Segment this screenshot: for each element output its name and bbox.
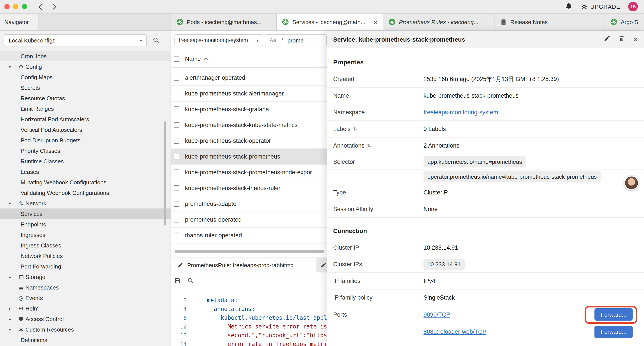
yaml-editor[interactable]: 3metadata: 4 annotations: 5 kubectl.kube… — [171, 296, 329, 346]
document-icon — [500, 19, 507, 25]
sidebar-item-access-control[interactable]: ▸Access Control — [0, 314, 171, 324]
edit-button[interactable] — [604, 35, 611, 43]
dock-tab-prometheusrule[interactable]: PrometheusRule: freeleaps-prod-rabbitmq — [171, 258, 317, 272]
tab-release-notes[interactable]: Release Notes — [495, 13, 605, 30]
navigator-tab[interactable]: Navigator — [0, 13, 38, 30]
tab-pods[interactable]: Pods - icecheng@mathmas... — [171, 13, 277, 30]
dock-tab-partial[interactable] — [317, 258, 326, 272]
sidebar-item-port-forwarding[interactable]: Port Forwarding — [0, 261, 171, 272]
sidebar-item-mutating-webhook-configurations[interactable]: Mutating Webhook Configurations — [0, 177, 171, 187]
namespace-filter-select[interactable]: freeleaps-monitoring-system ▾ — [174, 34, 263, 46]
editor-line[interactable]: 4 annotations: — [171, 304, 329, 313]
sidebar-item-ingresses[interactable]: Ingresses — [0, 230, 171, 240]
editor-line[interactable]: 3metadata: — [171, 296, 329, 304]
name-column-header[interactable]: Name — [185, 56, 209, 62]
row-checkbox[interactable] — [174, 154, 179, 159]
upgrade-button[interactable]: UPGRADE — [580, 3, 620, 10]
horizontal-scrollbar[interactable] — [174, 250, 324, 253]
sidebar-item-network-policies[interactable]: Network Policies — [0, 251, 171, 261]
sidebar-item-secrets[interactable]: Secrets — [0, 82, 171, 93]
sidebar-item-storage[interactable]: ▸Storage — [0, 272, 171, 282]
expand-toggle-icon[interactable]: ⇅ — [353, 126, 357, 132]
line-number: 14 — [171, 341, 187, 346]
notifications-bell-icon[interactable] — [565, 2, 572, 11]
sidebar-item-horizontal-pod-autoscalers[interactable]: Horizontal Pod Autoscalers — [0, 114, 171, 124]
sidebar-item-cron-jobs[interactable]: Cron Jobs — [0, 51, 171, 61]
search-input[interactable]: Aa .* prome — [265, 34, 326, 46]
code-text: second.","runbook_url":"https://net — [207, 332, 329, 338]
tab-prometheus-rules[interactable]: Prometheus Rules - icecheng... — [383, 13, 495, 30]
row-checkbox[interactable] — [174, 233, 179, 238]
sidebar-item-config[interactable]: ▾⚙Config — [0, 61, 171, 72]
editor-line[interactable]: 5 kubectl.kubernetes.io/last-applied-co — [171, 313, 329, 322]
editor-line[interactable]: 13 second.","runbook_url":"https://net — [171, 331, 329, 340]
ip-families-value: IPv4 — [424, 278, 435, 284]
sidebar-item-ingress-classes[interactable]: Ingress Classes — [0, 240, 171, 251]
editor-line[interactable]: 12 Metrics service error rate is {{ $va — [171, 322, 329, 331]
tab-label: Prometheus Rules - icecheng... — [399, 19, 478, 25]
regex-toggle[interactable]: .* — [280, 37, 284, 43]
namespace-link[interactable]: freeleaps-monitoring-system — [424, 109, 498, 116]
row-checkbox[interactable] — [174, 122, 179, 128]
sidebar-item-vertical-pod-autoscalers[interactable]: Vertical Pod Autoscalers — [0, 124, 171, 135]
titlebar-right-cluster: UPGRADE 15 — [565, 2, 640, 11]
sidebar-item-definitions[interactable]: Definitions — [0, 335, 171, 345]
sidebar-search-icon[interactable] — [152, 37, 160, 45]
sidebar-item-resource-quotas[interactable]: Resource Quotas — [0, 93, 171, 103]
sidebar-item-namespaces[interactable]: ▤Namespaces — [0, 282, 171, 293]
row-checkbox[interactable] — [174, 138, 179, 144]
tab-services[interactable]: Services - icecheng@math... × — [277, 13, 383, 30]
window-minimize-button[interactable] — [13, 4, 18, 9]
port-link[interactable]: 9090/TCP — [424, 311, 450, 318]
row-checkbox[interactable] — [174, 169, 179, 175]
select-all-checkbox[interactable] — [174, 56, 179, 62]
kubeconfig-selector[interactable]: Local Kubeconfigs ▾ — [4, 34, 147, 46]
user-avatar[interactable] — [624, 176, 639, 190]
gear-icon: ⚙ — [17, 63, 26, 70]
sidebar-item-limit-ranges[interactable]: Limit Ranges — [0, 103, 171, 114]
sidebar-item-services[interactable]: Services — [0, 209, 171, 219]
forward-button[interactable] — [50, 3, 58, 10]
sidebar-item-leases[interactable]: Leases — [0, 166, 171, 177]
editor-line[interactable]: 14 error rate in freeleaps metrics ser — [171, 340, 329, 346]
sidebar-item-runtime-classes[interactable]: Runtime Classes — [0, 156, 171, 166]
sidebar-item-priority-classes[interactable]: Priority Classes — [0, 145, 171, 156]
tab-close-icon[interactable]: × — [370, 18, 378, 26]
row-checkbox[interactable] — [174, 75, 179, 81]
row-checkbox[interactable] — [174, 106, 179, 112]
port-forward-button[interactable]: Forward... — [595, 326, 632, 338]
drawer-close-icon[interactable]: × — [633, 35, 638, 43]
sidebar-item-custom-resources[interactable]: ▾∗Custom Resources — [0, 324, 171, 335]
row-checkbox[interactable] — [174, 185, 179, 191]
window-zoom-button[interactable] — [22, 4, 27, 9]
pencil-icon — [320, 262, 326, 268]
sidebar-item-network[interactable]: ▾⇅Network — [0, 198, 171, 209]
kubernetes-cluster-icon — [282, 18, 289, 25]
port-link[interactable]: 8080:reloader-web/TCP — [424, 329, 486, 335]
delete-button[interactable] — [618, 35, 625, 43]
row-checkbox[interactable] — [174, 217, 179, 223]
tab-argo[interactable]: Argo S — [605, 13, 644, 30]
sidebar-item-endpoints[interactable]: Endpoints — [0, 219, 171, 230]
save-button[interactable] — [174, 277, 181, 286]
sidebar-item-validating-webhook-configurations[interactable]: Validating Webhook Configurations — [0, 187, 171, 198]
sidebar-item-helm[interactable]: ▸☸Helm — [0, 303, 171, 314]
sidebar-item-events[interactable]: ◷Events — [0, 293, 171, 303]
section-heading-connection: Connection — [327, 218, 644, 240]
property-row-session-affinity: Session Affinity None — [327, 201, 644, 218]
back-button[interactable] — [37, 3, 44, 10]
notification-count-badge[interactable]: 15 — [628, 2, 638, 11]
row-checkbox[interactable] — [174, 201, 179, 207]
kubernetes-cluster-icon — [388, 18, 396, 25]
up-down-arrows-icon: ⇅ — [17, 200, 26, 207]
sidebar-item-pod-disruption-budgets[interactable]: Pod Disruption Budgets — [0, 135, 171, 145]
sidebar-item-config-maps[interactable]: Config Maps — [0, 72, 171, 82]
case-sensitive-toggle[interactable]: Aa — [270, 37, 276, 43]
upgrade-label: UPGRADE — [590, 3, 620, 10]
editor-search-icon[interactable] — [187, 277, 194, 286]
annotations-count: 2 Annotations — [424, 142, 460, 149]
expand-toggle-icon[interactable]: ⇅ — [367, 143, 371, 148]
window-close-button[interactable] — [4, 4, 10, 9]
sidebar-scrollbar[interactable] — [164, 121, 166, 226]
row-checkbox[interactable] — [174, 91, 179, 96]
